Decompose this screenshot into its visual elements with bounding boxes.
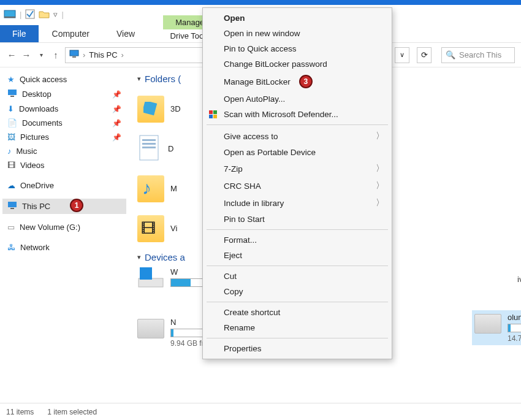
menu-item-open-as-portable-device[interactable]: Open as Portable Device <box>203 145 392 160</box>
sidebar-item-new-volume[interactable]: ▭ New Volume (G:) <box>2 220 126 234</box>
menu-item-give-access-to[interactable]: Give access to〉 <box>203 128 392 145</box>
drive-d-peek[interactable]: ive (D:) <box>517 275 521 284</box>
menu-item-format[interactable]: Format... <box>203 232 392 248</box>
history-dropdown[interactable]: ▾ <box>36 52 47 58</box>
chevron-right-icon-2[interactable]: › <box>121 50 124 59</box>
sidebar-label: Music <box>17 147 37 156</box>
svg-rect-17 <box>213 110 217 114</box>
qat-overflow-icon[interactable]: ▿ <box>53 10 58 19</box>
sidebar-item-pictures[interactable]: 🖼 Pictures 📌 <box>2 130 126 144</box>
qat-checkbox-icon[interactable] <box>25 9 35 19</box>
menu-item-label: Format... <box>224 235 257 245</box>
menu-item-label: Cut <box>224 272 237 281</box>
drive-title: olume (G:) <box>508 313 521 322</box>
shield-icon <box>208 110 219 120</box>
menu-item-open-in-new-window[interactable]: Open in new window <box>203 26 392 41</box>
menu-item-cut[interactable]: Cut <box>203 269 392 284</box>
refresh-button[interactable]: ⟳ <box>417 47 432 63</box>
status-item-count: 11 items <box>6 408 34 416</box>
submenu-arrow-icon: 〉 <box>376 180 384 191</box>
star-icon: ★ <box>7 75 15 84</box>
menu-item-include-in-library[interactable]: Include in library〉 <box>203 194 392 212</box>
context-menu: OpenOpen in new windowPin to Quick acces… <box>202 7 392 359</box>
sidebar-item-documents[interactable]: 📄 Documents 📌 <box>2 116 126 130</box>
qat-separator: | <box>20 10 21 19</box>
refresh-icon: ⟳ <box>421 50 428 59</box>
storage-bar: 2 <box>508 324 521 332</box>
drive-icon <box>137 319 164 338</box>
qat-folder-icon[interactable] <box>39 10 50 18</box>
menu-item-open-autoplay[interactable]: Open AutoPlay... <box>203 91 392 107</box>
folder-icon: ♪ <box>137 175 164 202</box>
svg-rect-6 <box>10 96 14 97</box>
pin-icon: 📌 <box>112 90 121 99</box>
svg-rect-15 <box>140 267 152 280</box>
pin-icon: 📌 <box>112 133 121 142</box>
menu-item-label: Open AutoPlay... <box>224 94 285 104</box>
menu-item-scan-with-microsoft-defender[interactable]: Scan with Microsoft Defender... <box>203 107 392 122</box>
videos-icon: 🎞 <box>7 161 15 170</box>
callout-3: 3 <box>299 75 313 88</box>
submenu-arrow-icon: 〉 <box>376 131 384 142</box>
menu-item-label: Open in new window <box>224 29 300 38</box>
tab-computer[interactable]: Computer <box>39 25 103 42</box>
sidebar-item-quick-access[interactable]: ★ Quick access <box>2 72 126 86</box>
menu-item-label: Copy <box>224 287 243 296</box>
sidebar-item-this-pc[interactable]: This PC 1 <box>2 199 126 214</box>
breadcrumb-this-pc[interactable]: This PC <box>89 50 117 59</box>
menu-item-pin-to-quick-access[interactable]: Pin to Quick access <box>203 41 392 56</box>
tab-view[interactable]: View <box>103 25 148 42</box>
menu-item-change-bitlocker-password[interactable]: Change BitLocker password <box>203 56 392 72</box>
pictures-icon: 🖼 <box>7 132 15 142</box>
monitor-icon <box>7 201 17 212</box>
chevron-down-icon: ∨ <box>400 51 405 59</box>
menu-item-copy[interactable]: Copy <box>203 284 392 299</box>
up-button[interactable]: ↑ <box>50 50 61 60</box>
menu-item-properties[interactable]: Properties <box>203 341 392 356</box>
sidebar-item-downloads[interactable]: ⬇ Downloads 📌 <box>2 102 126 116</box>
sidebar-item-desktop[interactable]: Desktop 📌 <box>2 86 126 102</box>
sidebar-label: Network <box>20 243 50 252</box>
drive-free-text: 14.7 GB free of 14.8 GB <box>508 334 521 343</box>
forward-button[interactable]: → <box>21 50 32 60</box>
menu-item-rename[interactable]: Rename <box>203 320 392 335</box>
network-icon: 🖧 <box>7 243 15 252</box>
sidebar-item-videos[interactable]: 🎞 Videos <box>2 158 126 172</box>
menu-item-manage-bitlocker[interactable]: Manage BitLocker3 <box>203 72 392 91</box>
menu-item-7-zip[interactable]: 7-Zip〉 <box>203 160 392 177</box>
sidebar-label: OneDrive <box>20 181 54 190</box>
menu-item-crc-sha[interactable]: CRC SHA〉 <box>203 177 392 194</box>
back-button[interactable]: ← <box>6 50 17 60</box>
menu-item-create-shortcut[interactable]: Create shortcut <box>203 305 392 320</box>
sidebar-item-onedrive[interactable]: ☁ OneDrive <box>2 178 126 193</box>
menu-item-label: Eject <box>224 251 242 260</box>
drive-new-volume-selected[interactable]: olume (G:) 2 14.7 GB free of 14.8 GB <box>472 310 521 345</box>
menu-item-eject[interactable]: Eject <box>203 248 392 263</box>
menu-item-label: Open <box>224 13 245 23</box>
music-icon: ♪ <box>7 147 12 156</box>
search-icon: 🔍 <box>446 50 455 59</box>
menu-item-open[interactable]: Open <box>203 10 392 26</box>
sidebar-label: This PC <box>22 202 50 211</box>
menu-item-label: Manage BitLocker <box>224 77 291 86</box>
menu-item-pin-to-start[interactable]: Pin to Start <box>203 212 392 227</box>
sidebar-item-music[interactable]: ♪ Music <box>2 144 126 158</box>
svg-rect-5 <box>8 90 17 95</box>
status-bar: 11 items 1 item selected <box>0 403 521 420</box>
tab-file[interactable]: File <box>0 25 39 42</box>
svg-rect-4 <box>72 56 76 58</box>
submenu-arrow-icon: 〉 <box>376 163 384 174</box>
folder-icon: 🎞 <box>137 215 164 242</box>
pin-icon: 📌 <box>112 119 121 128</box>
callout-1: 1 <box>70 199 83 212</box>
menu-item-label: Give access to <box>224 132 278 141</box>
menu-item-label: Properties <box>224 344 262 353</box>
submenu-arrow-icon: 〉 <box>376 197 384 208</box>
svg-rect-9 <box>143 102 157 115</box>
sidebar-label: Pictures <box>20 132 49 142</box>
address-history-button[interactable]: ∨ <box>395 47 409 63</box>
search-box[interactable]: 🔍 Search This <box>441 47 515 63</box>
sidebar-label: Desktop <box>22 90 51 99</box>
chevron-right-icon[interactable]: › <box>83 50 85 59</box>
sidebar-item-network[interactable]: 🖧 Network <box>2 240 126 254</box>
